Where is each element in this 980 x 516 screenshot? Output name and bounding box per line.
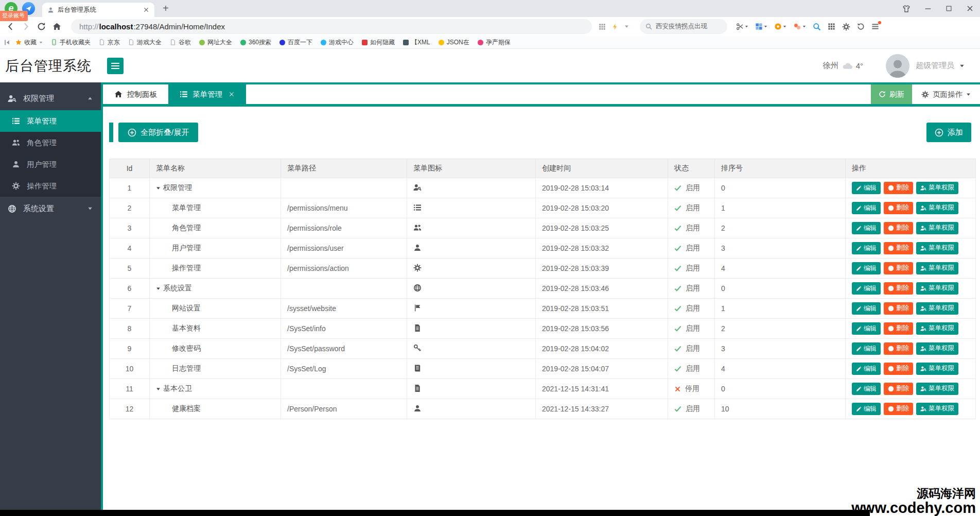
- menu-permission-button[interactable]: 菜单权限: [916, 302, 958, 315]
- tab-dashboard[interactable]: 控制面板: [103, 84, 168, 104]
- status-label: 停用: [685, 384, 699, 393]
- bookmark-item[interactable]: 游戏大全: [125, 38, 165, 47]
- delete-button[interactable]: 删除: [884, 342, 913, 355]
- delete-button[interactable]: 删除: [884, 202, 913, 214]
- menu-permission-button[interactable]: 菜单权限: [916, 322, 958, 335]
- bookmark-item[interactable]: 百度一下: [276, 38, 316, 47]
- close-window-icon[interactable]: [966, 5, 974, 12]
- menu-permission-button[interactable]: 菜单权限: [916, 182, 958, 194]
- tab-favicon-icon: [47, 7, 54, 13]
- edit-button[interactable]: 编辑: [852, 222, 881, 234]
- bookmark-item[interactable]: 孕产期保: [474, 38, 514, 47]
- menu-permission-button[interactable]: 菜单权限: [916, 342, 958, 355]
- delete-button[interactable]: 删除: [884, 383, 913, 395]
- edit-button[interactable]: 编辑: [852, 242, 881, 254]
- minimize-icon[interactable]: [924, 5, 932, 12]
- edit-button[interactable]: 编辑: [852, 383, 881, 395]
- menu-permission-button[interactable]: 菜单权限: [916, 403, 958, 415]
- menu-permission-button[interactable]: 菜单权限: [916, 383, 958, 395]
- delete-button[interactable]: 删除: [884, 242, 913, 254]
- sidebar-section-权限管理[interactable]: 权限管理: [0, 87, 101, 110]
- add-button[interactable]: 添加: [926, 123, 971, 142]
- history-icon[interactable]: [857, 23, 865, 30]
- bookmark-item[interactable]: 收藏: [12, 38, 46, 47]
- settings-gear-icon[interactable]: [842, 23, 850, 31]
- bookmarks-panel-icon[interactable]: [4, 39, 11, 46]
- wifi-assistant-button[interactable]: [774, 23, 786, 30]
- menu-permission-button[interactable]: 菜单权限: [916, 242, 958, 254]
- translate-button[interactable]: [755, 23, 767, 30]
- tree-expand-icon[interactable]: [156, 186, 161, 191]
- user-avatar[interactable]: [886, 54, 909, 78]
- delete-button[interactable]: 删除: [884, 363, 913, 375]
- tab-menu-management[interactable]: 菜单管理: [168, 84, 246, 104]
- browser-menu-icon[interactable]: [871, 23, 879, 30]
- chevron-down-icon[interactable]: [624, 24, 629, 29]
- delete-button[interactable]: 删除: [884, 322, 913, 335]
- tab-close-icon[interactable]: [229, 91, 235, 97]
- sidebar-toggle-button[interactable]: [107, 58, 124, 74]
- menu-permission-button[interactable]: 菜单权限: [916, 202, 958, 214]
- bookmark-item[interactable]: 手机收藏夹: [47, 38, 94, 47]
- back-icon[interactable]: [6, 22, 15, 31]
- browser-tab[interactable]: 后台管理系统: [42, 3, 154, 17]
- maximize-icon[interactable]: [946, 5, 952, 12]
- edit-button[interactable]: 编辑: [852, 182, 881, 194]
- search-input[interactable]: 西安疫情拐点出现: [640, 19, 727, 34]
- menu-permission-button[interactable]: 菜单权限: [916, 282, 958, 295]
- edit-button[interactable]: 编辑: [852, 202, 881, 214]
- sidebar-item-角色管理[interactable]: 角色管理: [0, 132, 101, 153]
- home-icon[interactable]: [52, 22, 61, 31]
- new-tab-button[interactable]: +: [163, 3, 169, 14]
- delete-button[interactable]: 删除: [884, 403, 913, 415]
- bookmark-item[interactable]: 游戏中心: [317, 38, 357, 47]
- delete-button[interactable]: 删除: [884, 282, 913, 295]
- lightning-icon[interactable]: [611, 23, 619, 30]
- bookmark-item[interactable]: 京东: [95, 38, 124, 47]
- x-circle-icon: [888, 406, 894, 412]
- edit-button[interactable]: 编辑: [852, 363, 881, 375]
- menu-permission-button[interactable]: 菜单权限: [916, 262, 958, 274]
- bookmark-item[interactable]: 360搜索: [237, 38, 275, 47]
- apps-grid-icon[interactable]: [828, 23, 835, 30]
- reader-mode-icon[interactable]: [599, 23, 606, 30]
- edit-button[interactable]: 编辑: [852, 302, 881, 315]
- reload-icon[interactable]: [37, 22, 46, 31]
- edit-button[interactable]: 编辑: [852, 403, 881, 415]
- collapse-all-button[interactable]: 全部折叠/展开: [118, 123, 198, 142]
- tree-expand-icon[interactable]: [156, 387, 161, 391]
- tree-expand-icon[interactable]: [156, 286, 161, 291]
- tab-close-icon[interactable]: [143, 7, 149, 13]
- refresh-button[interactable]: 刷新: [871, 84, 912, 104]
- cell-sort: 4: [715, 259, 846, 279]
- bookmark-item[interactable]: 【XML: [399, 38, 434, 47]
- sidebar-section-系统设置[interactable]: 系统设置: [0, 197, 101, 220]
- delete-button[interactable]: 删除: [884, 182, 913, 194]
- sidebar-item-菜单管理[interactable]: 菜单管理: [0, 110, 101, 132]
- bookmark-item[interactable]: 如何隐藏: [358, 38, 398, 47]
- edit-button[interactable]: 编辑: [852, 282, 881, 295]
- table-row: 12健康档案/Person/Person2021-12-15 14:33:27启…: [110, 399, 976, 419]
- page-operations-button[interactable]: 页面操作: [912, 84, 980, 104]
- bookmark-item[interactable]: JSON在: [435, 38, 473, 47]
- bookmark-item[interactable]: 谷歌: [166, 38, 195, 47]
- user-menu-caret-icon[interactable]: [959, 63, 965, 68]
- sidebar-item-用户管理[interactable]: 用户管理: [0, 153, 101, 175]
- menu-permission-button[interactable]: 菜单权限: [916, 222, 958, 234]
- scissors-button[interactable]: [736, 23, 748, 30]
- url-input[interactable]: http://localhost:27948/Admin/Home/Index: [71, 19, 592, 34]
- theme-icon[interactable]: [902, 5, 911, 13]
- edit-button[interactable]: 编辑: [852, 342, 881, 355]
- edit-button[interactable]: 编辑: [852, 262, 881, 274]
- delete-button[interactable]: 删除: [884, 302, 913, 315]
- delete-button[interactable]: 删除: [884, 222, 913, 234]
- forward-icon[interactable]: [22, 22, 30, 31]
- bookmark-item[interactable]: 网址大全: [196, 38, 236, 47]
- login-badge[interactable]: 登录账号: [0, 11, 28, 21]
- zoom-search-icon[interactable]: [813, 23, 821, 31]
- sidebar-item-操作管理[interactable]: 操作管理: [0, 175, 101, 197]
- edit-button[interactable]: 编辑: [852, 322, 881, 335]
- accounts-button[interactable]: [793, 23, 806, 31]
- menu-permission-button[interactable]: 菜单权限: [916, 363, 958, 375]
- delete-button[interactable]: 删除: [884, 262, 913, 274]
